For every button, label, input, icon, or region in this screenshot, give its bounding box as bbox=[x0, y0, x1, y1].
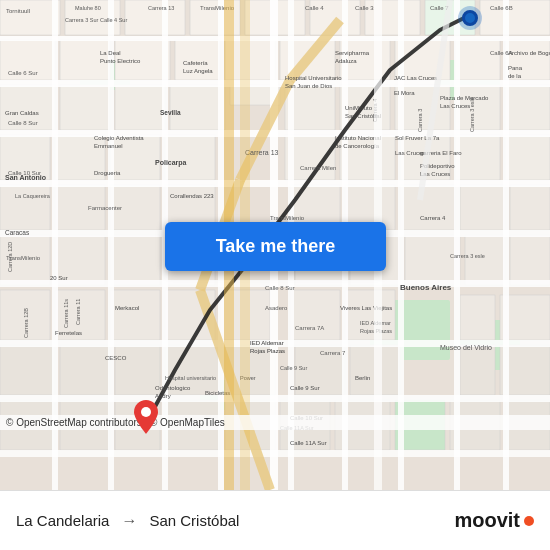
svg-text:Archivo de Bogo: Archivo de Bogo bbox=[508, 50, 550, 56]
bottom-bar: La Candelaria → San Cristóbal moovit bbox=[0, 490, 550, 550]
svg-text:Carrera Milen: Carrera Milen bbox=[300, 165, 336, 171]
moovit-text: moovit bbox=[454, 509, 520, 532]
svg-text:TransMilenio: TransMilenio bbox=[270, 215, 305, 221]
svg-text:de la: de la bbox=[508, 73, 522, 79]
svg-text:Colegio Adventista: Colegio Adventista bbox=[94, 135, 144, 141]
svg-text:Carrera 7A: Carrera 7A bbox=[295, 325, 324, 331]
svg-rect-73 bbox=[115, 345, 160, 395]
svg-text:Drogueria: Drogueria bbox=[94, 170, 121, 176]
svg-text:Calle 3: Calle 3 bbox=[355, 5, 374, 11]
svg-text:Tornituull: Tornituull bbox=[6, 8, 30, 14]
svg-rect-78 bbox=[460, 345, 495, 395]
svg-text:Carrera 3: Carrera 3 bbox=[417, 109, 423, 132]
svg-text:Sol Fruver La 7a: Sol Fruver La 7a bbox=[395, 135, 440, 141]
svg-text:Carrera 12B: Carrera 12B bbox=[23, 308, 29, 338]
arrow-icon: → bbox=[121, 512, 137, 530]
svg-rect-64 bbox=[110, 290, 160, 340]
svg-text:Hospital Universitario: Hospital Universitario bbox=[285, 75, 342, 81]
svg-text:Rojas Plazas: Rojas Plazas bbox=[250, 348, 285, 354]
svg-rect-72 bbox=[60, 345, 110, 395]
svg-text:Maluhe 80: Maluhe 80 bbox=[75, 5, 101, 11]
svg-text:Berlin: Berlin bbox=[355, 375, 370, 381]
svg-rect-51 bbox=[460, 185, 505, 230]
svg-text:Carrera 3 esle: Carrera 3 esle bbox=[450, 253, 485, 259]
svg-text:Gran Caldas: Gran Caldas bbox=[5, 110, 39, 116]
svg-text:Carrera 13: Carrera 13 bbox=[148, 5, 174, 11]
svg-rect-27 bbox=[115, 85, 165, 130]
svg-rect-71 bbox=[0, 345, 55, 395]
svg-rect-38 bbox=[165, 135, 215, 180]
svg-text:Viveres Las Viejitas: Viveres Las Viejitas bbox=[340, 305, 392, 311]
svg-text:Calle 11A Sur: Calle 11A Sur bbox=[290, 440, 327, 446]
moovit-dot bbox=[524, 516, 534, 526]
svg-text:CESCO: CESCO bbox=[105, 355, 127, 361]
svg-text:Corallendas 223: Corallendas 223 bbox=[170, 193, 214, 199]
svg-text:Carrera 11s: Carrera 11s bbox=[63, 299, 69, 328]
svg-text:Calle 9 Sur: Calle 9 Sur bbox=[290, 385, 320, 391]
svg-text:San Antonio: San Antonio bbox=[5, 174, 46, 181]
origin-label: La Candelaria bbox=[16, 512, 109, 529]
svg-text:TransMilenio: TransMilenio bbox=[6, 255, 41, 261]
svg-rect-40 bbox=[340, 135, 395, 180]
svg-text:Luz Angela: Luz Angela bbox=[183, 68, 213, 74]
svg-point-207 bbox=[141, 407, 151, 417]
svg-text:Museo del Vidrio: Museo del Vidrio bbox=[440, 344, 492, 351]
svg-text:San Juan de Dios: San Juan de Dios bbox=[285, 83, 332, 89]
svg-text:Calle 4: Calle 4 bbox=[305, 5, 324, 11]
take-me-there-button[interactable]: Take me there bbox=[165, 222, 386, 271]
svg-rect-26 bbox=[60, 85, 110, 130]
svg-text:Policarpa: Policarpa bbox=[155, 159, 187, 167]
destination-label: San Cristóbal bbox=[149, 512, 239, 529]
svg-text:Carrera 7: Carrera 7 bbox=[320, 350, 346, 356]
moovit-logo: moovit bbox=[454, 509, 534, 532]
svg-text:Ferretelas: Ferretelas bbox=[55, 330, 82, 336]
svg-rect-6 bbox=[0, 0, 60, 35]
svg-text:Servipharma: Servipharma bbox=[335, 50, 370, 56]
svg-text:Buenos Aires: Buenos Aires bbox=[400, 283, 452, 292]
svg-text:20 Sur: 20 Sur bbox=[50, 275, 68, 281]
svg-text:Carrera 3 Sur: Carrera 3 Sur bbox=[65, 17, 98, 23]
svg-text:Adaluza: Adaluza bbox=[335, 58, 357, 64]
svg-text:Caracas: Caracas bbox=[5, 229, 30, 236]
svg-rect-23 bbox=[455, 40, 500, 80]
map-container: Calle 6 Sur Calle 8 Sur Calle 10 Sur Cal… bbox=[0, 0, 550, 490]
svg-text:Carrera 11: Carrera 11 bbox=[75, 299, 81, 325]
svg-text:Emmanuel: Emmanuel bbox=[94, 143, 123, 149]
svg-text:JAC Las Cruces: JAC Las Cruces bbox=[394, 75, 437, 81]
svg-text:Calle 6 Sur: Calle 6 Sur bbox=[8, 70, 38, 76]
destination-marker bbox=[462, 10, 478, 26]
svg-rect-28 bbox=[170, 85, 225, 130]
svg-text:Punto Electrico: Punto Electrico bbox=[100, 58, 141, 64]
svg-text:Plaza de Mercado: Plaza de Mercado bbox=[440, 95, 489, 101]
svg-text:Calle 9 Sur: Calle 9 Sur bbox=[280, 365, 307, 371]
svg-text:de Cancerología: de Cancerología bbox=[335, 143, 380, 149]
svg-text:La Deal: La Deal bbox=[100, 50, 121, 56]
svg-text:Pana: Pana bbox=[508, 65, 523, 71]
svg-rect-69 bbox=[460, 295, 495, 340]
svg-text:Calle 8 Sur: Calle 8 Sur bbox=[265, 285, 295, 291]
svg-rect-42 bbox=[455, 135, 500, 180]
svg-text:La Caquereira: La Caquereira bbox=[15, 193, 51, 199]
svg-text:Calle 6B: Calle 6B bbox=[490, 5, 513, 11]
svg-rect-60 bbox=[465, 235, 505, 285]
svg-text:Hospital universitario: Hospital universitario bbox=[165, 375, 216, 381]
svg-text:Merkacol: Merkacol bbox=[115, 305, 139, 311]
svg-rect-59 bbox=[405, 235, 460, 285]
svg-text:El Mora: El Mora bbox=[394, 90, 415, 96]
svg-rect-44 bbox=[0, 185, 50, 230]
svg-text:Farmacenter: Farmacenter bbox=[88, 205, 122, 211]
svg-text:Carrera 13: Carrera 13 bbox=[245, 149, 279, 156]
svg-text:Sevilla: Sevilla bbox=[160, 109, 181, 116]
svg-rect-50 bbox=[400, 185, 455, 230]
svg-rect-67 bbox=[290, 290, 340, 340]
svg-text:Cafetería: Cafetería bbox=[183, 60, 208, 66]
svg-text:Calle 8 Sur: Calle 8 Sur bbox=[8, 120, 38, 126]
origin-marker bbox=[134, 400, 158, 438]
svg-rect-34 bbox=[505, 85, 550, 130]
svg-text:UniMinuto: UniMinuto bbox=[345, 105, 373, 111]
svg-text:Calle 4 Sur: Calle 4 Sur bbox=[100, 17, 127, 23]
map-attribution: © OpenStreetMap contributors | © OpenMap… bbox=[0, 415, 550, 430]
svg-rect-52 bbox=[510, 185, 550, 230]
svg-text:Las Cruces: Las Cruces bbox=[440, 103, 470, 109]
svg-text:Odontologico: Odontologico bbox=[155, 385, 191, 391]
